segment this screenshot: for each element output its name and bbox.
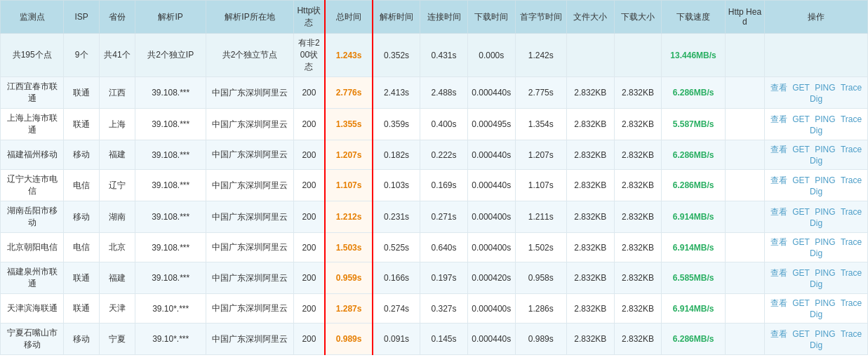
cell-total-time: 2.776s [325,77,373,109]
action-link-dig[interactable]: Dig [810,156,822,166]
cell-monitor: 天津滨海联通 [1,294,64,324]
cell-resolve-location: 中国广东深圳阿里云 [206,201,293,233]
action-link-trace[interactable]: Trace [841,298,862,308]
summary-connect-time: 0.431s [420,34,468,77]
cell-download-speed: 6.286MB/s [662,170,725,201]
cell-download-speed: 5.587MB/s [662,109,725,140]
action-link-查看[interactable]: 查看 [770,145,787,154]
action-link-dig[interactable]: Dig [810,340,822,350]
action-link-dig[interactable]: Dig [810,248,822,258]
cell-isp: 联通 [64,262,100,294]
action-link-dig[interactable]: Dig [810,279,822,289]
summary-monitor: 共195个点 [1,34,64,77]
summary-province: 共41个 [100,34,135,77]
action-link-trace[interactable]: Trace [841,83,862,93]
cell-download-speed: 6.286MB/s [662,77,725,109]
cell-connect-time: 0.169s [420,170,468,201]
action-link-get[interactable]: GET [792,145,810,154]
cell-monitor: 北京朝阳电信 [1,233,64,262]
action-link-get[interactable]: GET [792,268,810,278]
cell-resolve-location: 中国广东深圳阿里云 [206,324,293,355]
action-link-trace[interactable]: Trace [841,114,862,124]
cell-download-size: 2.832KB [614,262,662,294]
action-link-trace[interactable]: Trace [841,175,862,185]
action-link-dig[interactable]: Dig [810,94,822,104]
cell-resolve-time: 2.413s [373,77,420,109]
table-row: 江西宜春市联通联通江西39.108.***中国广东深圳阿里云2002.776s2… [1,77,868,109]
cell-monitor: 福建福州移动 [1,140,64,170]
cell-resolve-location: 中国广东深圳阿里云 [206,262,293,294]
cell-isp: 移动 [64,324,100,355]
cell-first-byte-time: 2.775s [515,77,566,109]
action-link-ping[interactable]: PING [815,298,835,308]
action-link-查看[interactable]: 查看 [770,207,787,217]
action-link-trace[interactable]: Trace [841,237,862,247]
action-link-查看[interactable]: 查看 [770,329,787,339]
cell-province: 宁夏 [100,324,135,355]
cell-file-size: 2.832KB [566,233,614,262]
action-link-get[interactable]: GET [792,83,810,93]
col-header-connect-time: 连接时间 [420,1,468,34]
action-link-trace[interactable]: Trace [841,207,862,217]
action-link-get[interactable]: GET [792,175,810,185]
action-link-dig[interactable]: Dig [810,187,822,196]
cell-first-byte-time: 0.958s [515,262,566,294]
action-link-查看[interactable]: 查看 [770,237,787,247]
action-link-dig[interactable]: Dig [810,309,822,319]
cell-province: 江西 [100,77,135,109]
cell-actions: 查看 GET PING Trace Dig [765,233,868,262]
cell-total-time: 1.212s [325,201,373,233]
action-link-get[interactable]: GET [792,329,810,339]
action-link-查看[interactable]: 查看 [770,268,787,278]
action-link-get[interactable]: GET [792,298,810,308]
action-link-ping[interactable]: PING [815,175,835,185]
cell-http-status: 200 [293,109,325,140]
action-link-查看[interactable]: 查看 [770,298,787,308]
action-link-查看[interactable]: 查看 [770,114,787,124]
action-link-dig[interactable]: Dig [810,126,822,135]
cell-first-byte-time: 1.211s [515,201,566,233]
action-link-查看[interactable]: 查看 [770,83,787,93]
cell-download-size: 2.832KB [614,77,662,109]
cell-resolve-ip: 39.108.*** [135,170,206,201]
cell-actions: 查看 GET PING Trace Dig [765,262,868,294]
action-link-get[interactable]: GET [792,114,810,124]
cell-resolve-time: 0.525s [373,233,420,262]
cell-http-head [725,77,764,109]
action-link-ping[interactable]: PING [815,268,835,278]
cell-isp: 电信 [64,170,100,201]
summary-resolve-location: 共2个独立节点 [206,34,293,77]
action-link-ping[interactable]: PING [815,329,835,339]
action-link-ping[interactable]: PING [815,114,835,124]
cell-http-head [725,140,764,170]
action-link-ping[interactable]: PING [815,237,835,247]
cell-file-size: 2.832KB [566,294,614,324]
cell-resolve-time: 0.182s [373,140,420,170]
cell-http-head [725,294,764,324]
cell-province: 上海 [100,109,135,140]
col-header-http-status: Http状态 [293,1,325,34]
cell-download-size: 2.832KB [614,294,662,324]
action-link-ping[interactable]: PING [815,207,835,217]
cell-first-byte-time: 1.354s [515,109,566,140]
cell-first-byte-time: 1.502s [515,233,566,262]
cell-resolve-time: 0.231s [373,201,420,233]
cell-actions: 查看 GET PING Trace Dig [765,201,868,233]
action-link-ping[interactable]: PING [815,83,835,93]
action-link-查看[interactable]: 查看 [770,175,787,185]
action-link-dig[interactable]: Dig [810,218,822,228]
action-link-get[interactable]: GET [792,237,810,247]
cell-isp: 电信 [64,233,100,262]
action-link-trace[interactable]: Trace [841,268,862,278]
summary-action [765,34,868,77]
cell-resolve-time: 0.091s [373,324,420,355]
action-link-ping[interactable]: PING [815,145,835,154]
cell-download-speed: 6.286MB/s [662,324,725,355]
action-link-trace[interactable]: Trace [841,145,862,154]
cell-monitor: 辽宁大连市电信 [1,170,64,201]
cell-connect-time: 0.327s [420,294,468,324]
cell-resolve-location: 中国广东深圳阿里云 [206,170,293,201]
action-link-get[interactable]: GET [792,207,810,217]
col-header-http-head: Http Head [725,1,764,34]
action-link-trace[interactable]: Trace [841,329,862,339]
